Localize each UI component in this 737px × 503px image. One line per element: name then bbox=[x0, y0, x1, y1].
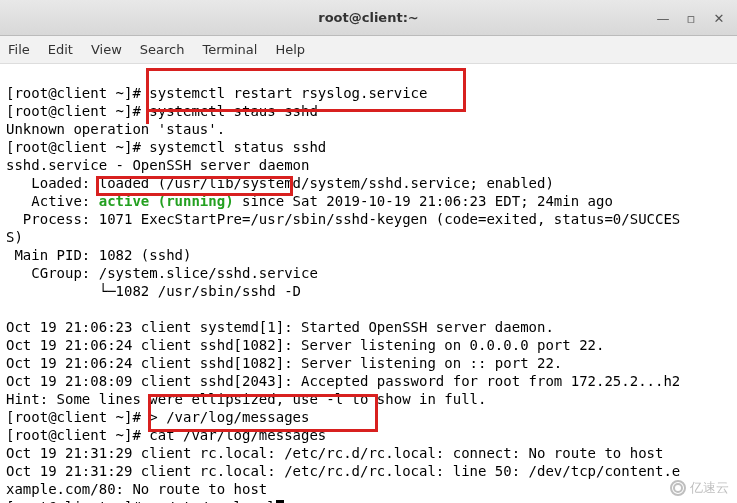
term-line: Unknown operation 'staus'. bbox=[6, 121, 225, 137]
term-line: [root@client ~]# > /etc/rc.local bbox=[6, 499, 284, 503]
minimize-button[interactable]: — bbox=[651, 6, 675, 30]
term-line: Oct 19 21:08:09 client sshd[2043]: Accep… bbox=[6, 373, 680, 389]
term-fragment: [root@client ~]# > /etc/rc.local bbox=[6, 499, 276, 503]
terminal-output[interactable]: [root@client ~]# systemctl restart rsysl… bbox=[0, 64, 737, 503]
menu-file[interactable]: File bbox=[8, 42, 30, 57]
menubar: File Edit View Search Terminal Help bbox=[0, 36, 737, 64]
watermark-text: 亿速云 bbox=[690, 479, 729, 497]
window-titlebar: root@client:~ — ▫ ✕ bbox=[0, 0, 737, 36]
term-fragment: since Sat 2019-10-19 21:06:23 EDT; 24min… bbox=[234, 193, 613, 209]
term-line: [root@client ~]# systemctl staus sshd bbox=[6, 103, 318, 119]
maximize-button[interactable]: ▫ bbox=[679, 6, 703, 30]
menu-help[interactable]: Help bbox=[275, 42, 305, 57]
term-line: [root@client ~]# cat /var/log/messages bbox=[6, 427, 326, 443]
term-line: [root@client ~]# systemctl restart rsysl… bbox=[6, 85, 427, 101]
watermark-logo-icon bbox=[670, 480, 686, 496]
term-line: Oct 19 21:31:29 client rc.local: /etc/rc… bbox=[6, 463, 680, 479]
watermark: 亿速云 bbox=[670, 479, 729, 497]
term-line: sshd.service - OpenSSH server daemon bbox=[6, 157, 309, 173]
term-line: [root@client ~]# systemctl status sshd bbox=[6, 139, 326, 155]
term-line: Loaded: loaded (/usr/lib/systemd/system/… bbox=[6, 175, 554, 191]
term-line: CGroup: /system.slice/sshd.service bbox=[6, 265, 318, 281]
term-line: Hint: Some lines were ellipsized, use -l… bbox=[6, 391, 486, 407]
term-line: Oct 19 21:06:24 client sshd[1082]: Serve… bbox=[6, 337, 604, 353]
term-line: [root@client ~]# > /var/log/messages bbox=[6, 409, 309, 425]
term-fragment: Active: bbox=[6, 193, 99, 209]
term-line: Oct 19 21:06:23 client systemd[1]: Start… bbox=[6, 319, 554, 335]
term-line: S) bbox=[6, 229, 23, 245]
term-line: Active: active (running) since Sat 2019-… bbox=[6, 193, 613, 209]
term-line: Oct 19 21:06:24 client sshd[1082]: Serve… bbox=[6, 355, 562, 371]
term-line: Process: 1071 ExecStartPre=/usr/sbin/ssh… bbox=[6, 211, 680, 227]
term-line: Oct 19 21:31:29 client rc.local: /etc/rc… bbox=[6, 445, 663, 461]
term-line: xample.com/80: No route to host bbox=[6, 481, 267, 497]
window-controls: — ▫ ✕ bbox=[651, 6, 731, 30]
menu-search[interactable]: Search bbox=[140, 42, 185, 57]
status-active-running: active (running) bbox=[99, 193, 234, 209]
menu-edit[interactable]: Edit bbox=[48, 42, 73, 57]
menu-terminal[interactable]: Terminal bbox=[202, 42, 257, 57]
close-button[interactable]: ✕ bbox=[707, 6, 731, 30]
term-line: └─1082 /usr/sbin/sshd -D bbox=[6, 283, 301, 299]
window-title: root@client:~ bbox=[318, 10, 418, 25]
term-line: Main PID: 1082 (sshd) bbox=[6, 247, 191, 263]
menu-view[interactable]: View bbox=[91, 42, 122, 57]
